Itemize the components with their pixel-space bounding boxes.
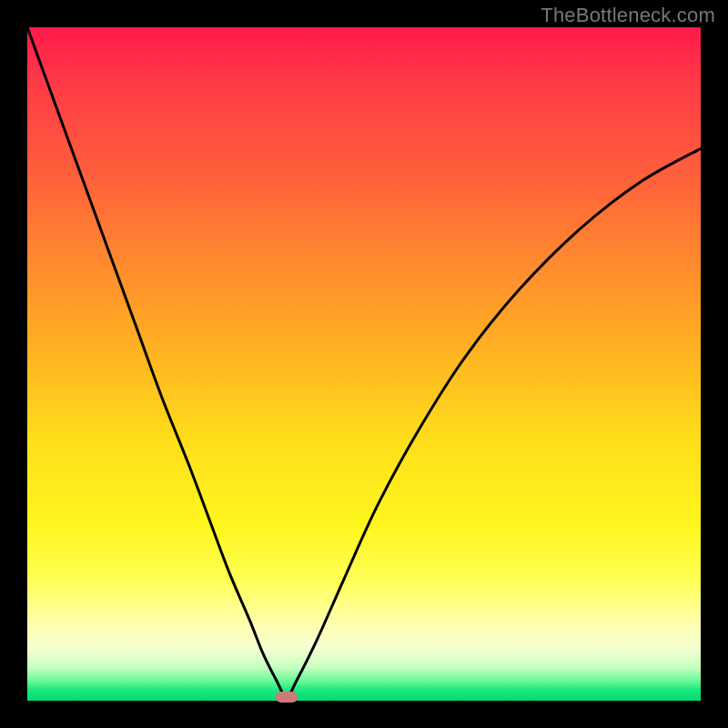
bottleneck-curve-path — [27, 27, 701, 697]
chart-frame: TheBottleneck.com — [0, 0, 728, 728]
minimum-marker — [276, 692, 298, 703]
watermark-text: TheBottleneck.com — [541, 4, 715, 27]
plot-area — [27, 27, 701, 701]
curve-svg — [27, 27, 701, 701]
